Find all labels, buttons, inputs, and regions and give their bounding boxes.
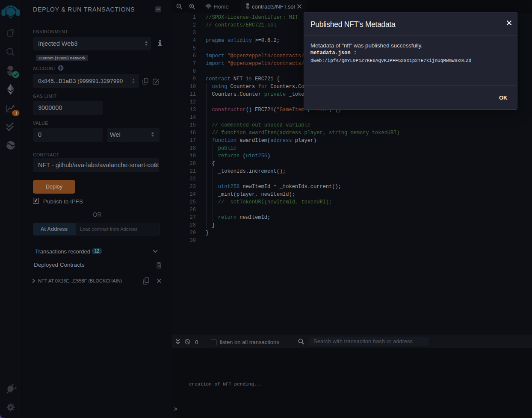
- svg-text:1: 1: [15, 111, 18, 116]
